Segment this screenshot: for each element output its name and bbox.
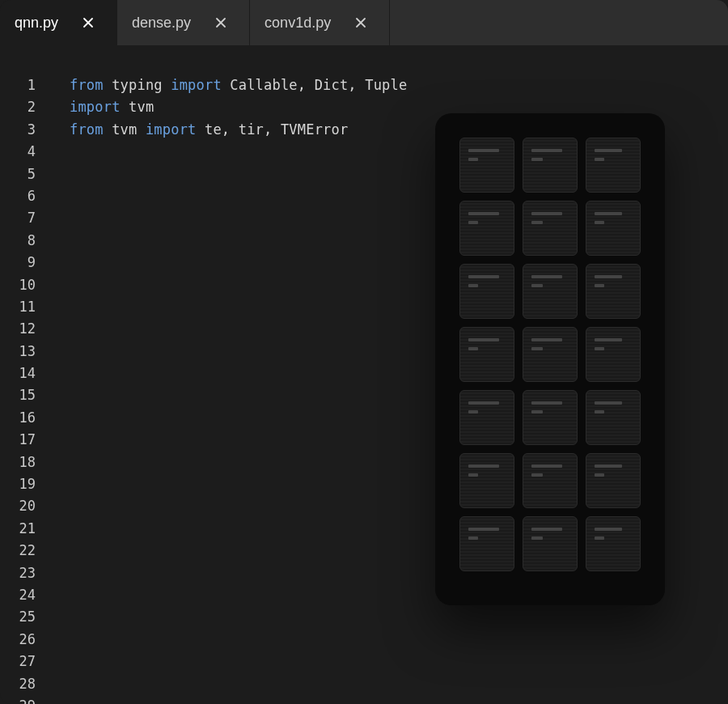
code-token: from [70, 121, 112, 138]
tile-bar [531, 347, 543, 350]
preview-tile[interactable] [523, 138, 578, 193]
line-number: 14 [0, 363, 36, 384]
code-token: tvm [129, 99, 154, 115]
tile-bar [468, 401, 499, 405]
tile-bar [531, 536, 543, 540]
line-number: 12 [0, 318, 36, 340]
preview-tile[interactable] [459, 453, 514, 508]
code-line[interactable] [70, 695, 728, 704]
preview-tile[interactable] [586, 264, 641, 319]
close-icon[interactable] [215, 17, 226, 28]
line-number: 17 [0, 429, 36, 451]
tile-bar [595, 528, 622, 531]
preview-tile[interactable] [586, 453, 641, 508]
tab-label: conv1d.py [265, 15, 331, 32]
tile-bar [595, 149, 622, 152]
preview-tile[interactable] [523, 453, 578, 508]
tile-bar [595, 401, 622, 405]
tile-bar [531, 275, 562, 278]
tile-bar [595, 212, 622, 215]
code-token: Callable, Dict, Tuple [230, 77, 407, 93]
tile-bar [595, 347, 604, 350]
tile-bar [531, 401, 562, 405]
line-number: 4 [0, 141, 36, 163]
line-number: 18 [0, 452, 36, 473]
line-number: 27 [0, 651, 36, 672]
tile-bar [531, 221, 543, 224]
tile-bar [468, 158, 478, 161]
close-icon[interactable] [355, 17, 366, 28]
tile-bar [595, 410, 604, 413]
preview-panel[interactable] [435, 113, 665, 605]
preview-tile[interactable] [523, 390, 578, 445]
code-line[interactable]: from typing import Callable, Dict, Tuple [70, 74, 728, 96]
code-token: import [171, 77, 230, 93]
code-token: tvm [112, 121, 146, 138]
tile-bar [595, 158, 604, 161]
tile-bar [468, 275, 499, 278]
line-number: 28 [0, 673, 36, 695]
preview-tile[interactable] [523, 264, 578, 319]
line-number: 10 [0, 274, 36, 296]
line-number: 5 [0, 163, 36, 185]
tile-bar [468, 338, 499, 341]
line-number: 29 [0, 695, 36, 704]
close-icon[interactable] [83, 17, 94, 28]
tile-bar [468, 347, 478, 350]
line-number: 7 [0, 207, 36, 229]
code-line[interactable] [70, 606, 728, 628]
tile-bar [531, 158, 543, 161]
line-number: 24 [0, 584, 36, 606]
tile-bar [468, 212, 499, 215]
tile-bar [468, 464, 499, 468]
code-line[interactable] [70, 673, 728, 695]
preview-tile[interactable] [586, 201, 641, 256]
line-number: 2 [0, 96, 36, 118]
tile-bar [468, 528, 499, 531]
line-number: 6 [0, 185, 36, 207]
line-number: 11 [0, 296, 36, 318]
preview-tile[interactable] [523, 201, 578, 256]
preview-tile[interactable] [459, 201, 514, 256]
line-number: 20 [0, 495, 36, 517]
preview-tile[interactable] [523, 516, 578, 571]
tile-bar [531, 284, 543, 287]
line-number: 8 [0, 230, 36, 252]
preview-tile[interactable] [459, 264, 514, 319]
tile-bar [595, 464, 622, 468]
line-number: 15 [0, 384, 36, 406]
line-number: 16 [0, 407, 36, 429]
tile-bar [595, 284, 604, 287]
line-number: 23 [0, 562, 36, 584]
line-number-gutter: 1234567891011121314151617181920212223242… [0, 74, 53, 704]
line-number: 9 [0, 252, 36, 274]
tab-bar-filler [390, 0, 728, 45]
code-token: import [70, 99, 129, 115]
preview-tile[interactable] [586, 516, 641, 571]
tab-conv1d[interactable]: conv1d.py [250, 0, 390, 45]
code-token: typing [112, 77, 171, 93]
code-token: te, tir, TVMError [205, 121, 348, 138]
tab-dense[interactable]: dense.py [117, 0, 250, 45]
tile-bar [595, 275, 622, 278]
tile-bar [595, 536, 604, 540]
tile-bar [595, 473, 604, 477]
preview-tile[interactable] [586, 327, 641, 382]
preview-tile[interactable] [459, 390, 514, 445]
tile-bar [531, 212, 562, 215]
preview-tile[interactable] [459, 516, 514, 571]
tab-qnn[interactable]: qnn.py [0, 0, 117, 45]
preview-tile[interactable] [459, 138, 514, 193]
line-number: 13 [0, 341, 36, 363]
code-line[interactable] [70, 651, 728, 672]
preview-tile[interactable] [459, 327, 514, 382]
line-number: 26 [0, 629, 36, 651]
line-number: 1 [0, 74, 36, 96]
tile-bar [595, 221, 604, 224]
code-token: from [70, 77, 112, 93]
tile-bar [595, 338, 622, 341]
preview-tile[interactable] [523, 327, 578, 382]
code-line[interactable] [70, 629, 728, 651]
preview-tile[interactable] [586, 138, 641, 193]
preview-tile[interactable] [586, 390, 641, 445]
